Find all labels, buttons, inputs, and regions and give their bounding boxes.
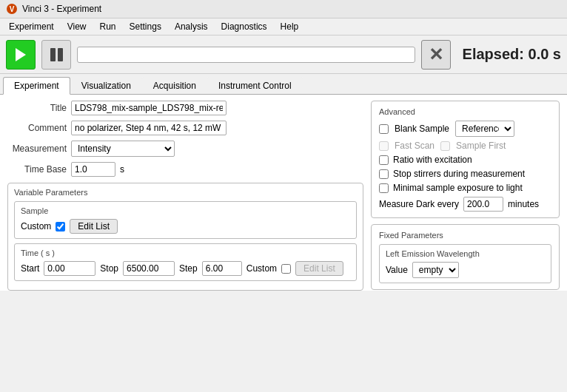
fixed-params-panel: Fixed Parameters Left Emission Wavelengt… [371,224,560,290]
left-emission-select[interactable]: empty nm [412,262,459,278]
stop-input[interactable] [123,261,175,276]
menu-help[interactable]: Help [275,20,305,33]
advanced-panel: Advanced Blank Sample Reference Blank No… [371,101,560,218]
timebase-row: Time Base s [7,162,363,177]
time-label: Time ( s ) [21,249,350,257]
measurement-row: Measurement Intensity Anisotropy TCSPC [7,141,363,157]
step-input[interactable] [202,261,242,276]
pause-button[interactable] [41,40,71,70]
tab-instrument-control[interactable]: Instrument Control [207,77,303,94]
timebase-input[interactable] [71,162,115,177]
menu-analysis[interactable]: Analysis [169,20,214,33]
right-section: Advanced Blank Sample Reference Blank No… [371,101,567,291]
time-custom-label: Custom [246,263,277,274]
sample-custom-checkbox[interactable] [56,222,65,232]
fixed-params-label: Fixed Parameters [379,231,551,240]
time-subpanel: Time ( s ) Start Stop Step Custom Edit L… [14,243,357,281]
fast-scan-row: Fast Scan Sample First [379,141,551,151]
sample-first-checkbox[interactable] [440,141,450,151]
tab-visualization[interactable]: Visualization [70,77,142,94]
measure-dark-unit: minutes [508,199,539,209]
stop-stirrers-label: Stop stirrers during measurement [393,169,525,179]
comment-input[interactable] [71,121,227,135]
app-icon: V [6,3,18,15]
minimal-exposure-checkbox[interactable] [379,183,389,193]
menu-diagnostics[interactable]: Diagnostics [215,20,273,33]
sample-label: Sample [21,206,350,215]
tab-bar: Experiment Visualization Acquisition Ins… [0,74,567,95]
measure-dark-input[interactable] [463,197,503,212]
blank-sample-label: Blank Sample [395,124,449,134]
stop-stirrers-row: Stop stirrers during measurement [379,169,551,179]
timebase-unit: s [120,164,124,175]
variable-params-panel: Variable Parameters Sample Custom Edit L… [7,183,363,291]
window-title: Vinci 3 - Experiment [22,4,101,14]
timebase-label: Time Base [7,164,67,175]
menu-run[interactable]: Run [94,20,122,33]
left-section: Title Comment Measurement Intensity Anis… [0,101,371,291]
step-label: Step [179,263,198,274]
play-button[interactable] [6,40,36,70]
comment-row: Comment [7,121,363,135]
title-bar: V Vinci 3 - Experiment [0,0,567,18]
sample-first-label: Sample First [456,141,506,151]
pause-bar-right [58,48,63,61]
blank-sample-checkbox[interactable] [379,124,389,134]
sample-edit-button[interactable]: Edit List [70,219,118,234]
time-row: Start Stop Step Custom Edit List [21,261,350,276]
time-edit-button[interactable]: Edit List [295,261,343,276]
elapsed-text: Elapsed: 0.0 s [463,46,561,63]
sample-row: Custom Edit List [21,219,350,234]
menu-settings[interactable]: Settings [124,20,167,33]
fast-scan-checkbox[interactable] [379,141,389,151]
menu-view[interactable]: View [61,20,93,33]
var-params-title: Variable Parameters [14,188,357,197]
reference-select[interactable]: Reference Blank None [455,121,514,137]
measurement-label: Measurement [7,143,67,154]
stop-stirrers-checkbox[interactable] [379,169,389,179]
title-row: Title [7,101,363,115]
left-emission-value-label: Value [386,265,408,275]
stop-label: Stop [100,263,118,274]
measurement-select[interactable]: Intensity Anisotropy TCSPC [71,141,175,157]
measure-dark-label: Measure Dark every [379,199,459,209]
time-custom-checkbox[interactable] [281,264,291,274]
ratio-label: Ratio with excitation [393,155,472,165]
main-area: Title Comment Measurement Intensity Anis… [0,95,567,291]
tab-acquisition[interactable]: Acquisition [142,77,207,94]
menu-bar: Experiment View Run Settings Analysis Di… [0,18,567,36]
title-input[interactable] [71,101,227,115]
fast-scan-label: Fast Scan [395,141,435,151]
start-input[interactable] [44,261,95,276]
ratio-row: Ratio with excitation [379,155,551,165]
advanced-label: Advanced [379,107,551,116]
left-emission-subpanel: Left Emission Wavelength Value empty nm [379,244,551,283]
blank-sample-row: Blank Sample Reference Blank None [379,121,551,137]
left-emission-label: Left Emission Wavelength [386,249,545,258]
measure-dark-row: Measure Dark every minutes [379,197,551,212]
minimal-exposure-row: Minimal sample exposure to light [379,183,551,193]
minimal-exposure-label: Minimal sample exposure to light [393,183,523,193]
svg-text:V: V [10,5,15,13]
comment-label: Comment [7,123,67,133]
left-emission-row: Value empty nm [386,262,545,278]
stop-button[interactable]: ✕ [421,40,451,70]
sample-subpanel: Sample Custom Edit List [14,201,357,239]
ratio-checkbox[interactable] [379,155,389,165]
progress-bar-container [77,47,415,63]
pause-bar-left [50,48,56,61]
toolbar: ✕ Elapsed: 0.0 s [0,36,567,74]
start-label: Start [21,263,39,274]
sample-custom-label: Custom [21,221,51,232]
menu-experiment[interactable]: Experiment [3,20,60,33]
title-label: Title [7,103,67,113]
tab-experiment[interactable]: Experiment [3,77,70,95]
